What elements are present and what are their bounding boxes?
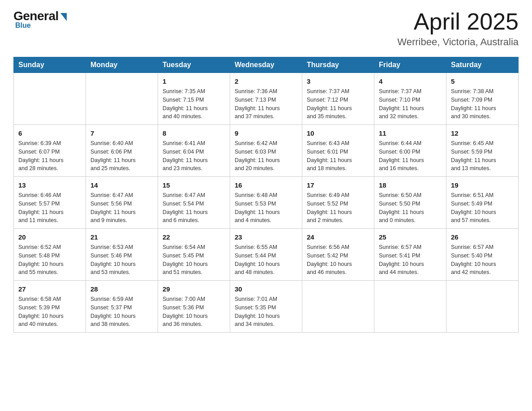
week-row-4: 27Sunrise: 6:58 AM Sunset: 5:39 PM Dayli… bbox=[14, 281, 519, 333]
weekday-header-friday: Friday bbox=[374, 57, 446, 73]
day-number: 7 bbox=[90, 128, 153, 138]
day-number: 3 bbox=[307, 77, 369, 86]
week-row-3: 20Sunrise: 6:52 AM Sunset: 5:48 PM Dayli… bbox=[14, 229, 519, 281]
day-number: 5 bbox=[451, 77, 514, 86]
day-number: 2 bbox=[235, 77, 297, 86]
day-number: 22 bbox=[163, 232, 225, 242]
day-number: 11 bbox=[379, 128, 442, 138]
calendar-cell: 4Sunrise: 7:37 AM Sunset: 7:10 PM Daylig… bbox=[374, 73, 446, 125]
day-number: 27 bbox=[18, 284, 81, 294]
day-info: Sunrise: 6:49 AM Sunset: 5:52 PM Dayligh… bbox=[307, 191, 369, 225]
calendar-cell bbox=[86, 73, 158, 125]
weekday-header-wednesday: Wednesday bbox=[230, 57, 302, 73]
page-header: General Blue April 2025 Werribee, Victor… bbox=[13, 9, 519, 48]
calendar-cell: 28Sunrise: 6:59 AM Sunset: 5:37 PM Dayli… bbox=[86, 281, 158, 333]
weekday-header-saturday: Saturday bbox=[446, 57, 519, 73]
day-info: Sunrise: 6:39 AM Sunset: 6:07 PM Dayligh… bbox=[18, 139, 81, 173]
calendar-cell: 3Sunrise: 7:37 AM Sunset: 7:12 PM Daylig… bbox=[302, 73, 374, 125]
calendar-cell: 2Sunrise: 7:36 AM Sunset: 7:13 PM Daylig… bbox=[230, 73, 302, 125]
calendar-cell: 9Sunrise: 6:42 AM Sunset: 6:03 PM Daylig… bbox=[230, 125, 302, 177]
calendar-cell: 12Sunrise: 6:45 AM Sunset: 5:59 PM Dayli… bbox=[446, 125, 519, 177]
day-info: Sunrise: 6:47 AM Sunset: 5:54 PM Dayligh… bbox=[163, 191, 225, 225]
day-info: Sunrise: 6:59 AM Sunset: 5:37 PM Dayligh… bbox=[90, 295, 153, 329]
calendar-cell: 24Sunrise: 6:56 AM Sunset: 5:42 PM Dayli… bbox=[302, 229, 374, 281]
day-number: 15 bbox=[163, 180, 225, 190]
calendar-cell bbox=[14, 73, 86, 125]
calendar-table: SundayMondayTuesdayWednesdayThursdayFrid… bbox=[13, 57, 519, 333]
calendar-cell bbox=[302, 281, 374, 333]
calendar-cell: 13Sunrise: 6:46 AM Sunset: 5:57 PM Dayli… bbox=[14, 177, 86, 229]
calendar-cell: 26Sunrise: 6:57 AM Sunset: 5:40 PM Dayli… bbox=[446, 229, 519, 281]
calendar-body: 1Sunrise: 7:35 AM Sunset: 7:15 PM Daylig… bbox=[14, 73, 519, 333]
weekday-header-monday: Monday bbox=[86, 57, 158, 73]
day-number: 14 bbox=[90, 180, 153, 190]
location-title: Werribee, Victoria, Australia bbox=[397, 36, 519, 48]
day-number: 30 bbox=[235, 284, 297, 294]
weekday-header-thursday: Thursday bbox=[302, 57, 374, 73]
logo: General Blue bbox=[13, 9, 67, 30]
day-info: Sunrise: 6:50 AM Sunset: 5:50 PM Dayligh… bbox=[379, 191, 442, 225]
day-number: 17 bbox=[307, 180, 369, 190]
calendar-header: SundayMondayTuesdayWednesdayThursdayFrid… bbox=[14, 57, 519, 73]
day-info: Sunrise: 6:53 AM Sunset: 5:46 PM Dayligh… bbox=[90, 243, 153, 277]
day-info: Sunrise: 6:54 AM Sunset: 5:45 PM Dayligh… bbox=[163, 243, 225, 277]
day-info: Sunrise: 7:37 AM Sunset: 7:12 PM Dayligh… bbox=[307, 87, 369, 121]
day-number: 26 bbox=[451, 232, 514, 242]
calendar-cell: 15Sunrise: 6:47 AM Sunset: 5:54 PM Dayli… bbox=[158, 177, 230, 229]
day-info: Sunrise: 6:42 AM Sunset: 6:03 PM Dayligh… bbox=[235, 139, 297, 173]
calendar-cell: 18Sunrise: 6:50 AM Sunset: 5:50 PM Dayli… bbox=[374, 177, 446, 229]
day-number: 29 bbox=[163, 284, 225, 294]
calendar-cell: 27Sunrise: 6:58 AM Sunset: 5:39 PM Dayli… bbox=[14, 281, 86, 333]
weekday-header-row: SundayMondayTuesdayWednesdayThursdayFrid… bbox=[14, 57, 519, 73]
day-info: Sunrise: 7:36 AM Sunset: 7:13 PM Dayligh… bbox=[235, 87, 297, 121]
calendar-cell bbox=[374, 281, 446, 333]
day-number: 23 bbox=[235, 232, 297, 242]
day-info: Sunrise: 6:44 AM Sunset: 6:00 PM Dayligh… bbox=[379, 139, 442, 173]
day-number: 1 bbox=[163, 77, 225, 86]
day-number: 6 bbox=[18, 128, 81, 138]
day-number: 8 bbox=[163, 128, 225, 138]
day-info: Sunrise: 6:56 AM Sunset: 5:42 PM Dayligh… bbox=[307, 243, 369, 277]
day-info: Sunrise: 6:40 AM Sunset: 6:06 PM Dayligh… bbox=[90, 139, 153, 173]
month-title: April 2025 bbox=[397, 9, 519, 34]
week-row-0: 1Sunrise: 7:35 AM Sunset: 7:15 PM Daylig… bbox=[14, 73, 519, 125]
calendar-cell: 8Sunrise: 6:41 AM Sunset: 6:04 PM Daylig… bbox=[158, 125, 230, 177]
calendar-cell: 11Sunrise: 6:44 AM Sunset: 6:00 PM Dayli… bbox=[374, 125, 446, 177]
calendar-cell: 29Sunrise: 7:00 AM Sunset: 5:36 PM Dayli… bbox=[158, 281, 230, 333]
day-number: 19 bbox=[451, 180, 514, 190]
day-info: Sunrise: 6:58 AM Sunset: 5:39 PM Dayligh… bbox=[18, 295, 81, 329]
calendar-cell: 16Sunrise: 6:48 AM Sunset: 5:53 PM Dayli… bbox=[230, 177, 302, 229]
calendar-cell: 5Sunrise: 7:38 AM Sunset: 7:09 PM Daylig… bbox=[446, 73, 519, 125]
calendar-cell: 19Sunrise: 6:51 AM Sunset: 5:49 PM Dayli… bbox=[446, 177, 519, 229]
calendar-cell: 30Sunrise: 7:01 AM Sunset: 5:35 PM Dayli… bbox=[230, 281, 302, 333]
day-number: 28 bbox=[90, 284, 153, 294]
day-number: 4 bbox=[379, 77, 442, 86]
calendar-cell: 25Sunrise: 6:57 AM Sunset: 5:41 PM Dayli… bbox=[374, 229, 446, 281]
day-info: Sunrise: 7:38 AM Sunset: 7:09 PM Dayligh… bbox=[451, 87, 514, 121]
logo-blue-text: Blue bbox=[15, 21, 31, 30]
title-section: April 2025 Werribee, Victoria, Australia bbox=[397, 9, 519, 48]
calendar-cell: 23Sunrise: 6:55 AM Sunset: 5:44 PM Dayli… bbox=[230, 229, 302, 281]
calendar-cell: 21Sunrise: 6:53 AM Sunset: 5:46 PM Dayli… bbox=[86, 229, 158, 281]
calendar-cell: 14Sunrise: 6:47 AM Sunset: 5:56 PM Dayli… bbox=[86, 177, 158, 229]
day-info: Sunrise: 6:55 AM Sunset: 5:44 PM Dayligh… bbox=[235, 243, 297, 277]
day-number: 20 bbox=[18, 232, 81, 242]
weekday-header-tuesday: Tuesday bbox=[158, 57, 230, 73]
day-info: Sunrise: 7:37 AM Sunset: 7:10 PM Dayligh… bbox=[379, 87, 442, 121]
calendar-cell: 20Sunrise: 6:52 AM Sunset: 5:48 PM Dayli… bbox=[14, 229, 86, 281]
day-number: 12 bbox=[451, 128, 514, 138]
day-info: Sunrise: 6:41 AM Sunset: 6:04 PM Dayligh… bbox=[163, 139, 225, 173]
day-info: Sunrise: 6:57 AM Sunset: 5:40 PM Dayligh… bbox=[451, 243, 514, 277]
day-info: Sunrise: 6:47 AM Sunset: 5:56 PM Dayligh… bbox=[90, 191, 153, 225]
day-info: Sunrise: 7:00 AM Sunset: 5:36 PM Dayligh… bbox=[163, 295, 225, 329]
week-row-2: 13Sunrise: 6:46 AM Sunset: 5:57 PM Dayli… bbox=[14, 177, 519, 229]
day-number: 10 bbox=[307, 128, 369, 138]
day-info: Sunrise: 6:46 AM Sunset: 5:57 PM Dayligh… bbox=[18, 191, 81, 225]
week-row-1: 6Sunrise: 6:39 AM Sunset: 6:07 PM Daylig… bbox=[14, 125, 519, 177]
day-info: Sunrise: 6:52 AM Sunset: 5:48 PM Dayligh… bbox=[18, 243, 81, 277]
day-number: 16 bbox=[235, 180, 297, 190]
day-number: 9 bbox=[235, 128, 297, 138]
day-info: Sunrise: 6:51 AM Sunset: 5:49 PM Dayligh… bbox=[451, 191, 514, 225]
day-number: 24 bbox=[307, 232, 369, 242]
day-info: Sunrise: 6:45 AM Sunset: 5:59 PM Dayligh… bbox=[451, 139, 514, 173]
